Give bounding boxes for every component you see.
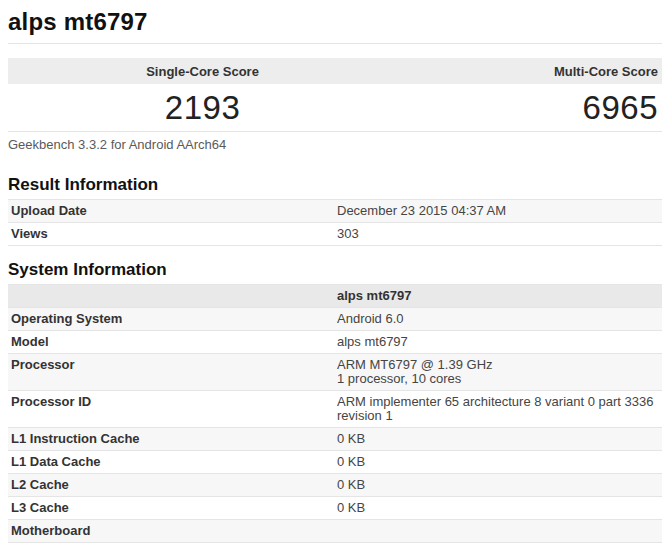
row-value: alps mt6797 xyxy=(337,331,662,354)
row-value: ARM MT6797 @ 1.39 GHz 1 processor, 10 co… xyxy=(337,354,662,391)
row-value: 0 KB xyxy=(337,497,662,520)
row-label: Processor xyxy=(8,354,337,391)
table-row: L3 Cache 0 KB xyxy=(8,497,662,520)
row-value: Android 6.0 xyxy=(337,308,662,331)
device-name-header: alps mt6797 xyxy=(337,285,662,308)
result-information-heading: Result Information xyxy=(8,175,662,195)
table-row: L1 Instruction Cache 0 KB xyxy=(8,428,662,451)
row-label: L1 Instruction Cache xyxy=(8,428,337,451)
single-core-score-label: Single-Core Score xyxy=(8,64,397,79)
table-row: L2 Cache 0 KB xyxy=(8,474,662,497)
single-core-score-value: 2193 xyxy=(8,89,397,127)
row-value: ARM implementer 65 architecture 8 varian… xyxy=(337,391,662,428)
row-value xyxy=(337,520,662,543)
table-row: L1 Data Cache 0 KB xyxy=(8,451,662,474)
table-row: Model alps mt6797 xyxy=(8,331,662,354)
multi-core-score-value: 6965 xyxy=(397,89,662,127)
row-value: December 23 2015 04:37 AM xyxy=(337,200,662,223)
table-row: Views 303 xyxy=(8,223,662,246)
system-information-table: alps mt6797 Operating System Android 6.0… xyxy=(8,284,662,548)
table-row: Operating System Android 6.0 xyxy=(8,308,662,331)
table-row: BIOS xyxy=(8,543,662,548)
multi-core-score-label: Multi-Core Score xyxy=(397,64,662,79)
row-label: Processor ID xyxy=(8,391,337,428)
row-label xyxy=(8,285,337,308)
score-summary: Single-Core Score Multi-Core Score 2193 … xyxy=(8,58,662,153)
score-header-bar: Single-Core Score Multi-Core Score xyxy=(8,58,662,84)
system-information-heading: System Information xyxy=(8,260,662,280)
table-row: Processor ARM MT6797 @ 1.39 GHz 1 proces… xyxy=(8,354,662,391)
row-label: L3 Cache xyxy=(8,497,337,520)
row-label: Upload Date xyxy=(8,200,337,223)
row-label: Views xyxy=(8,223,337,246)
row-value: 0 KB xyxy=(337,428,662,451)
row-label: Operating System xyxy=(8,308,337,331)
row-label: BIOS xyxy=(8,543,337,548)
table-row: Motherboard xyxy=(8,520,662,543)
table-row: Processor ID ARM implementer 65 architec… xyxy=(8,391,662,428)
row-label: Model xyxy=(8,331,337,354)
table-column-header-row: alps mt6797 xyxy=(8,285,662,308)
row-value: 303 xyxy=(337,223,662,246)
geekbench-result-page: alps mt6797 Single-Core Score Multi-Core… xyxy=(0,0,670,548)
score-values-row: 2193 6965 xyxy=(8,84,662,132)
page-title: alps mt6797 xyxy=(8,0,662,36)
geekbench-version-caption: Geekbench 3.3.2 for Android AArch64 xyxy=(8,137,662,153)
result-information-table: Upload Date December 23 2015 04:37 AM Vi… xyxy=(8,199,662,246)
table-row: Upload Date December 23 2015 04:37 AM xyxy=(8,200,662,223)
row-label: L2 Cache xyxy=(8,474,337,497)
row-value xyxy=(337,543,662,548)
row-label: Motherboard xyxy=(8,520,337,543)
title-divider xyxy=(8,43,662,44)
row-label: L1 Data Cache xyxy=(8,451,337,474)
row-value: 0 KB xyxy=(337,451,662,474)
row-value: 0 KB xyxy=(337,474,662,497)
